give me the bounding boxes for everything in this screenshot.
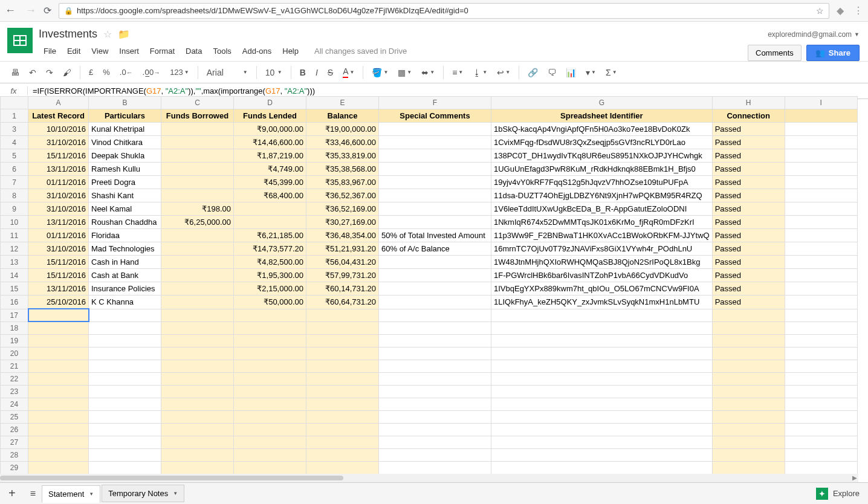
menu-tools[interactable]: Tools (208, 44, 236, 58)
percent-format-button[interactable]: % (99, 65, 114, 79)
menu-add-ons[interactable]: Add-ons (238, 44, 276, 58)
select-all-cell[interactable] (1, 97, 28, 100)
text-color-button[interactable]: A▼ (339, 64, 358, 80)
url-bar[interactable]: 🔒 https://docs.google.com/spreadsheets/d… (59, 3, 829, 19)
decrease-decimal-button[interactable]: .0← (116, 65, 137, 79)
currency-format-button[interactable]: £ (85, 65, 97, 79)
font-size-select[interactable]: 10▼ (262, 65, 286, 80)
menu-help[interactable]: Help (277, 44, 303, 58)
browser-chrome-bar: ← → ⟳ 🔒 https://docs.google.com/spreadsh… (0, 0, 868, 22)
functions-button[interactable]: Σ▼ (602, 65, 621, 80)
app-header: Investments ☆ 📁 FileEditViewInsertFormat… (0, 22, 868, 62)
column-header-B[interactable]: B (89, 97, 161, 100)
browser-menu-icon[interactable]: ⋮ (853, 5, 863, 16)
insert-chart-button[interactable]: 📊 (562, 65, 580, 80)
increase-decimal-button[interactable]: .0̲0→ (138, 65, 164, 79)
column-header-E[interactable]: E (306, 97, 379, 100)
back-icon[interactable]: ← (5, 4, 16, 17)
folder-icon[interactable]: 📁 (118, 28, 130, 40)
account-dropdown-icon: ▼ (854, 31, 860, 37)
number-format-button[interactable]: 123▼ (166, 65, 193, 79)
h-align-button[interactable]: ≡▼ (449, 65, 467, 80)
forward-icon[interactable]: → (25, 4, 36, 17)
undo-icon[interactable]: ↶ (25, 65, 40, 80)
paint-format-icon[interactable]: 🖌 (59, 65, 75, 80)
url-text: https://docs.google.com/spreadsheets/d/1… (77, 6, 812, 15)
share-button[interactable]: 👥 Share (806, 45, 860, 61)
menu-file[interactable]: File (39, 44, 61, 58)
filter-button[interactable]: ▾▼ (582, 65, 600, 80)
column-header-D[interactable]: D (234, 97, 306, 100)
v-align-button[interactable]: ⭳▼ (469, 65, 491, 80)
drive-icon[interactable]: ◆ (837, 5, 844, 16)
column-header-F[interactable]: F (379, 97, 491, 100)
comments-button[interactable]: Comments (748, 45, 802, 61)
column-header-G[interactable]: G (491, 97, 713, 100)
column-header-H[interactable]: H (712, 97, 785, 100)
bookmark-star-icon[interactable]: ☆ (816, 6, 824, 16)
strikethrough-button[interactable]: S (324, 65, 337, 80)
text-wrap-button[interactable]: ↩▼ (493, 65, 514, 80)
document-title[interactable]: Investments (39, 28, 97, 40)
formula-input[interactable]: =IF(ISERROR(IMPORTRANGE(G17, "A2:A")),""… (28, 86, 868, 96)
borders-button[interactable]: ▦▼ (394, 65, 415, 80)
menu-format[interactable]: Format (145, 44, 180, 58)
redo-icon[interactable]: ↷ (42, 65, 57, 80)
italic-button[interactable]: I (312, 65, 322, 80)
lock-icon: 🔒 (64, 7, 73, 15)
star-icon[interactable]: ☆ (103, 28, 112, 40)
fill-color-button[interactable]: 🪣▼ (368, 65, 392, 80)
menu-data[interactable]: Data (181, 44, 207, 58)
menu-edit[interactable]: Edit (62, 44, 85, 58)
reload-icon[interactable]: ⟳ (44, 5, 51, 16)
merge-cells-button[interactable]: ⬌▼ (418, 65, 438, 80)
font-select[interactable]: Arial▼ (203, 65, 251, 80)
save-status: All changes saved in Drive (314, 47, 407, 56)
share-icon: 👥 (815, 48, 825, 57)
fx-label: fx (0, 86, 28, 95)
menu-view[interactable]: View (86, 44, 113, 58)
insert-link-button[interactable]: 🔗 (524, 65, 542, 80)
column-header-C[interactable]: C (161, 97, 234, 100)
toolbar: 🖶 ↶ ↷ 🖌 £ % .0← .0̲0→ 123▼ Arial▼ 10▼ B … (0, 62, 868, 83)
spreadsheet-grid[interactable]: ABCDEFGHI1Latest RecordParticularsFunds … (0, 96, 868, 99)
insert-comment-button[interactable]: 🗨 (544, 65, 560, 80)
column-header-I[interactable]: I (785, 97, 857, 100)
menu-bar: FileEditViewInsertFormatDataToolsAdd-ons… (39, 42, 748, 59)
column-header-A[interactable]: A (28, 97, 89, 100)
sheets-logo[interactable] (7, 28, 33, 53)
bold-button[interactable]: B (296, 65, 309, 80)
menu-insert[interactable]: Insert (114, 44, 144, 58)
account-email[interactable]: exploredmind@gmail.com ▼ (768, 30, 860, 39)
print-icon[interactable]: 🖶 (7, 65, 23, 80)
